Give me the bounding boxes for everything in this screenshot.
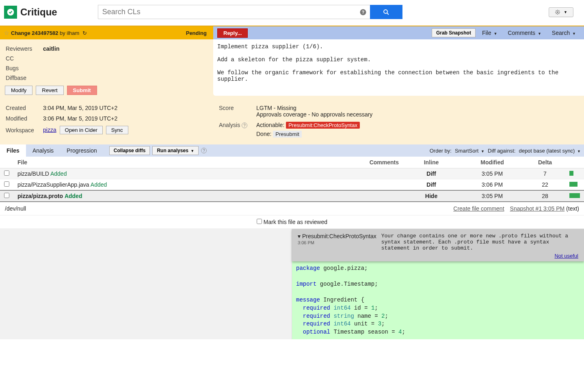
change-title: Change 243497582 bbox=[11, 30, 58, 36]
snapshot-link[interactable]: Snapshot #1 3:05 PM bbox=[510, 205, 565, 212]
app-title: Critique bbox=[20, 6, 57, 18]
grab-snapshot-button[interactable]: Grab Snapshot bbox=[432, 28, 476, 37]
metadata-left: Reviewerscaitlin CC Bugs Diffbase Modify… bbox=[0, 39, 213, 99]
file-row[interactable]: pizza/PizzaSupplierApp.java Added Diff 3… bbox=[0, 179, 584, 191]
diff-left-path: /dev/null bbox=[5, 205, 26, 212]
modify-button[interactable]: Modify bbox=[5, 86, 32, 95]
analysis-label: Analysis ? bbox=[219, 120, 255, 139]
score-value: LGTM - Missing bbox=[256, 105, 372, 111]
analysis-message: ▾ Presubmit:CheckProtoSyntax 3:06 PM You… bbox=[292, 229, 584, 261]
sync-button[interactable]: Sync bbox=[106, 126, 128, 134]
svg-point-3 bbox=[384, 10, 387, 13]
cc-value bbox=[43, 54, 59, 63]
create-comment-link[interactable]: Create file comment bbox=[453, 205, 504, 212]
search-menu[interactable]: Search ▼ bbox=[548, 28, 580, 38]
workspace-link[interactable]: pizza bbox=[43, 127, 56, 133]
file-table: File Comments Inline Modified Delta pizz… bbox=[0, 157, 584, 202]
gear-icon bbox=[555, 9, 560, 15]
mark-reviewed-row: Mark this file as reviewed bbox=[0, 215, 584, 229]
refresh-icon[interactable]: ↻ bbox=[82, 30, 87, 36]
svg-text:?: ? bbox=[361, 9, 364, 14]
file-bar: Files Analysis Progression Collapse diff… bbox=[0, 144, 584, 157]
actionable-tag[interactable]: Presubmit:CheckProtoSyntax bbox=[286, 122, 360, 129]
diff-against-label: Diff against: bbox=[488, 148, 515, 154]
file-checkbox[interactable] bbox=[4, 193, 9, 198]
col-delta: Delta bbox=[525, 157, 565, 168]
change-bar: ☆ Change 243497582 by ilham ↻ Pending bbox=[0, 26, 213, 39]
bugs-value bbox=[43, 64, 59, 73]
reviewers-label: Reviewers bbox=[6, 44, 42, 53]
code-block: package google.pizza; import google.Time… bbox=[292, 261, 584, 339]
col-modified: Modified bbox=[460, 157, 525, 168]
diff-header: /dev/null Create file comment Snapshot #… bbox=[0, 202, 584, 215]
app-logo-icon bbox=[4, 6, 17, 19]
svg-line-10 bbox=[556, 10, 557, 11]
top-header: Critique ? ▼ bbox=[0, 0, 584, 26]
file-row[interactable]: pizza/BUILD Added Diff 3:05 PM7 bbox=[0, 168, 584, 179]
svg-line-13 bbox=[558, 10, 559, 11]
submit-button[interactable]: Submit bbox=[67, 86, 97, 95]
score-label: Score bbox=[219, 103, 255, 119]
analysis-body: Your change contains one or more new .pr… bbox=[381, 233, 578, 251]
mark-reviewed-label: Mark this file as reviewed bbox=[264, 219, 327, 225]
chevron-down-icon: ▼ bbox=[564, 10, 567, 14]
order-by-label: Order by: bbox=[430, 148, 452, 154]
diff-right-pane: ▾ Presubmit:CheckProtoSyntax 3:06 PM You… bbox=[292, 229, 584, 339]
star-icon[interactable]: ☆ bbox=[4, 30, 9, 36]
help-icon[interactable]: ? bbox=[242, 123, 247, 128]
not-useful-link[interactable]: Not useful bbox=[554, 253, 578, 259]
tab-files[interactable]: Files bbox=[0, 144, 26, 157]
file-checkbox[interactable] bbox=[4, 170, 9, 176]
diffbase-value bbox=[43, 73, 59, 82]
tab-analysis[interactable]: Analysis bbox=[26, 144, 60, 157]
done-tag[interactable]: Presubmit bbox=[273, 131, 302, 138]
tab-progression[interactable]: Progression bbox=[60, 144, 104, 157]
col-file: File bbox=[13, 157, 330, 168]
search-bar: ? bbox=[98, 5, 402, 19]
change-author: by ilham bbox=[58, 30, 79, 36]
file-checkbox[interactable] bbox=[4, 181, 9, 187]
created-value: 3:04 PM, Mar 5, 2019 UTC+2 bbox=[43, 103, 128, 113]
run-analyses-button[interactable]: Run analyses ▼ bbox=[152, 146, 199, 155]
comments-menu[interactable]: Comments ▼ bbox=[504, 28, 545, 38]
col-comments: Comments bbox=[330, 157, 403, 168]
change-status: Pending bbox=[186, 30, 207, 36]
help-icon[interactable]: ? bbox=[356, 5, 370, 19]
mark-reviewed-checkbox[interactable] bbox=[257, 219, 262, 224]
created-label: Created bbox=[6, 103, 42, 113]
file-menu[interactable]: File ▼ bbox=[478, 28, 501, 38]
info-section: Created3:04 PM, Mar 5, 2019 UTC+2 Modifi… bbox=[0, 99, 584, 144]
modified-label: Modified bbox=[6, 114, 42, 123]
metadata-section: Reviewerscaitlin CC Bugs Diffbase Modify… bbox=[0, 39, 584, 99]
revert-button[interactable]: Revert bbox=[36, 86, 63, 95]
text-label: (text) bbox=[566, 205, 579, 212]
order-by-select[interactable]: SmartSort ▼ bbox=[455, 148, 485, 154]
action-bar: Reply... Grab Snapshot File ▼ Comments ▼… bbox=[213, 26, 584, 39]
svg-line-11 bbox=[558, 13, 559, 14]
svg-point-5 bbox=[557, 11, 558, 13]
help-icon[interactable]: ? bbox=[201, 148, 207, 153]
open-cider-button[interactable]: Open in Cider bbox=[60, 126, 103, 134]
reply-button[interactable]: Reply... bbox=[217, 28, 248, 38]
cc-label: CC bbox=[6, 54, 42, 63]
diffbase-label: Diffbase bbox=[6, 73, 42, 82]
actionable-label: Actionable: bbox=[256, 122, 284, 128]
modified-value: 3:06 PM, Mar 5, 2019 UTC+2 bbox=[43, 114, 128, 123]
svg-line-12 bbox=[556, 13, 557, 14]
col-inline: Inline bbox=[403, 157, 460, 168]
diff-against-select[interactable]: depot base (latest sync) ▼ bbox=[519, 148, 581, 154]
svg-line-4 bbox=[387, 13, 389, 15]
collapse-diffs-button[interactable]: Collapse diffs bbox=[109, 146, 150, 155]
analysis-title: ▾ Presubmit:CheckProtoSyntax bbox=[298, 233, 376, 239]
description-box: Implement pizza supplier (1/6). Add a sk… bbox=[213, 39, 584, 96]
search-button[interactable] bbox=[370, 5, 402, 19]
workspace-label: Workspace bbox=[6, 124, 42, 136]
diff-body: ▾ Presubmit:CheckProtoSyntax 3:06 PM You… bbox=[0, 229, 584, 339]
bugs-label: Bugs bbox=[6, 64, 42, 73]
approvals-value: Approvals coverage - No approvals necess… bbox=[256, 111, 372, 118]
search-input[interactable] bbox=[98, 5, 356, 19]
settings-button[interactable]: ▼ bbox=[549, 7, 573, 17]
reviewers-value: caitlin bbox=[43, 45, 59, 52]
file-row-selected[interactable]: pizza/pizza.proto Added Hide 3:05 PM28 bbox=[0, 190, 584, 202]
diff-left-pane bbox=[0, 229, 292, 339]
